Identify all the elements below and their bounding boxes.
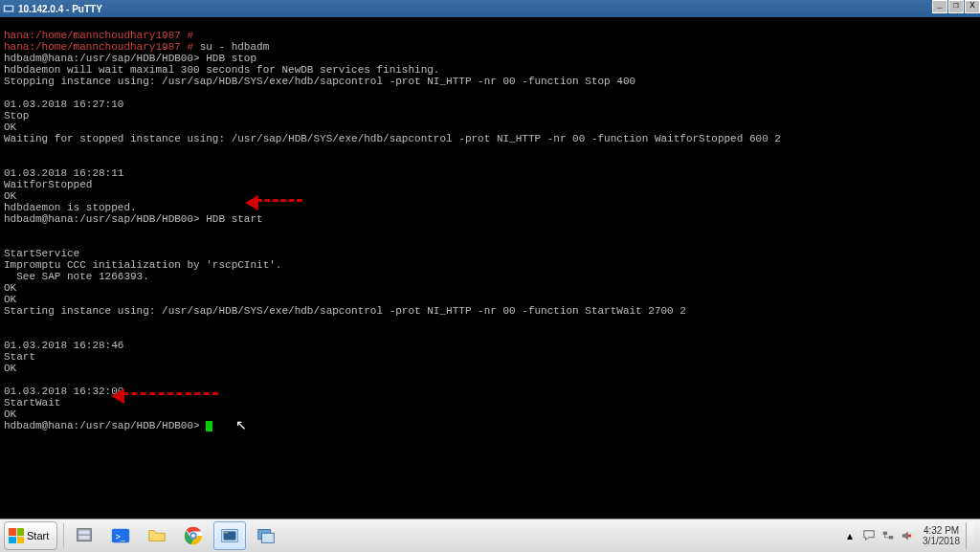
tray-show-hidden-icon[interactable]: ▴ xyxy=(842,528,858,543)
prompt-hdbadm: hdbadm@hana:/usr/sap/HDB/HDB00> xyxy=(4,420,206,431)
line: Waiting for stopped instance using: /usr… xyxy=(4,133,781,144)
window-title: 10.142.0.4 - PuTTY xyxy=(18,4,102,14)
maximize-button[interactable]: ❐ xyxy=(948,0,964,13)
line: OK xyxy=(4,190,16,202)
window-controls: _ ❐ X xyxy=(931,0,980,13)
cursor xyxy=(206,421,212,431)
svg-point-17 xyxy=(908,534,912,538)
show-desktop-button[interactable] xyxy=(966,522,974,549)
line: Starting instance using: /usr/sap/HDB/SY… xyxy=(4,305,686,317)
svg-rect-14 xyxy=(262,533,275,542)
tray-network-icon[interactable] xyxy=(880,528,896,543)
line: OK xyxy=(4,282,16,294)
line: hdbdaemon will wait maximal 300 seconds … xyxy=(4,64,439,76)
taskbar: Start >_ ▴ 4:32 PM 3/1/2018 xyxy=(0,519,980,552)
line: OK xyxy=(4,408,16,420)
tray-volume-icon[interactable] xyxy=(900,528,915,543)
line: hdbadm@hana:/usr/sap/HDB/HDB00> HDB stop xyxy=(4,53,256,64)
putty-icon xyxy=(219,525,240,546)
line: OK xyxy=(4,121,16,133)
arrow-annotation-1 xyxy=(256,199,302,202)
folder-icon xyxy=(146,525,167,546)
line: 01.03.2018 16:32:00 xyxy=(4,386,123,397)
taskbar-item-chrome[interactable] xyxy=(177,521,210,550)
line: StartService xyxy=(4,248,79,259)
windows-logo-icon xyxy=(9,528,24,543)
line: Start xyxy=(4,351,35,363)
taskbar-item-powershell[interactable]: >_ xyxy=(104,521,137,550)
rdp-icon xyxy=(256,525,277,546)
svg-text:>_: >_ xyxy=(116,532,126,541)
line: Impromptu CCC initialization by 'rscpCIn… xyxy=(4,259,281,271)
cmd-su: su - hdbadm xyxy=(193,41,269,53)
line: 01.03.2018 16:28:46 xyxy=(4,340,123,351)
putty-window: 10.142.0.4 - PuTTY _ ❐ X hana:/home/mann… xyxy=(0,0,980,519)
svg-point-9 xyxy=(191,534,195,538)
line: OK xyxy=(4,363,16,374)
systray: ▴ 4:32 PM 3/1/2018 xyxy=(840,519,980,552)
line: StartWait xyxy=(4,397,60,408)
svg-rect-1 xyxy=(5,7,12,11)
chrome-icon xyxy=(183,525,204,546)
taskbar-item-server-manager[interactable] xyxy=(68,521,100,550)
titlebar[interactable]: 10.142.0.4 - PuTTY _ ❐ X xyxy=(0,0,980,17)
start-label: Start xyxy=(27,530,49,541)
line: See SAP note 1266393. xyxy=(4,271,149,282)
line: Stopping instance using: /usr/sap/HDB/SY… xyxy=(4,76,635,87)
line: hdbdaemon is stopped. xyxy=(4,202,137,213)
taskbar-item-rdp[interactable] xyxy=(250,521,282,550)
line: WaitforStopped xyxy=(4,179,92,190)
line: 01.03.2018 16:28:11 xyxy=(4,167,123,179)
taskbar-item-putty[interactable] xyxy=(213,521,246,550)
svg-rect-3 xyxy=(79,531,90,535)
arrow-annotation-2 xyxy=(122,392,218,395)
line: 01.03.2018 16:27:10 xyxy=(4,99,123,110)
taskbar-separator xyxy=(63,523,64,548)
tray-time: 4:32 PM xyxy=(923,525,960,536)
tray-date: 3/1/2018 xyxy=(923,536,960,546)
tray-action-center-icon[interactable] xyxy=(861,528,877,543)
putty-icon xyxy=(3,3,14,14)
svg-rect-12 xyxy=(225,532,229,533)
line: hdbadm@hana:/usr/sap/HDB/HDB00> HDB star… xyxy=(4,213,263,225)
server-icon xyxy=(74,525,95,546)
start-button[interactable]: Start xyxy=(4,521,57,550)
powershell-icon: >_ xyxy=(110,525,131,546)
prompt-root: hana:/home/mannchoudhary1987 # xyxy=(4,30,193,41)
line: Stop xyxy=(4,110,29,121)
terminal[interactable]: hana:/home/mannchoudhary1987 # hana:/hom… xyxy=(2,17,978,518)
minimize-button[interactable]: _ xyxy=(932,0,947,13)
svg-rect-15 xyxy=(883,532,887,536)
svg-rect-4 xyxy=(79,536,90,540)
line: OK xyxy=(4,294,16,305)
close-button[interactable]: X xyxy=(965,0,980,13)
taskbar-item-explorer[interactable] xyxy=(141,521,173,550)
tray-clock[interactable]: 4:32 PM 3/1/2018 xyxy=(923,525,960,546)
prompt-root: hana:/home/mannchoudhary1987 # xyxy=(4,41,193,53)
